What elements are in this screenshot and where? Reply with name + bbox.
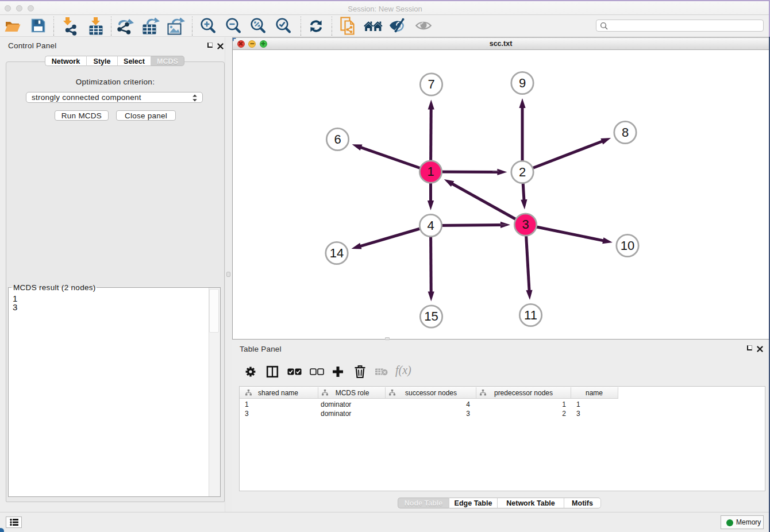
svg-text:successor nodes: successor nodes [405,389,457,397]
svg-text:10: 10 [621,238,634,253]
svg-text:11: 11 [524,308,537,322]
svg-text:2: 2 [519,165,526,179]
svg-text:predecessor nodes: predecessor nodes [494,389,553,397]
svg-text:MCDS role: MCDS role [336,389,369,397]
svg-text:1: 1 [427,164,434,179]
svg-text:7: 7 [428,77,434,91]
svg-text:shared name: shared name [258,389,298,397]
svg-text:8: 8 [622,125,629,140]
svg-text:6: 6 [334,132,341,147]
svg-text:9: 9 [519,76,526,90]
svg-text:4: 4 [427,218,434,233]
svg-text:3: 3 [522,217,529,232]
svg-text:name: name [586,389,603,397]
svg-text:14: 14 [330,246,344,260]
svg-text:15: 15 [424,309,438,323]
